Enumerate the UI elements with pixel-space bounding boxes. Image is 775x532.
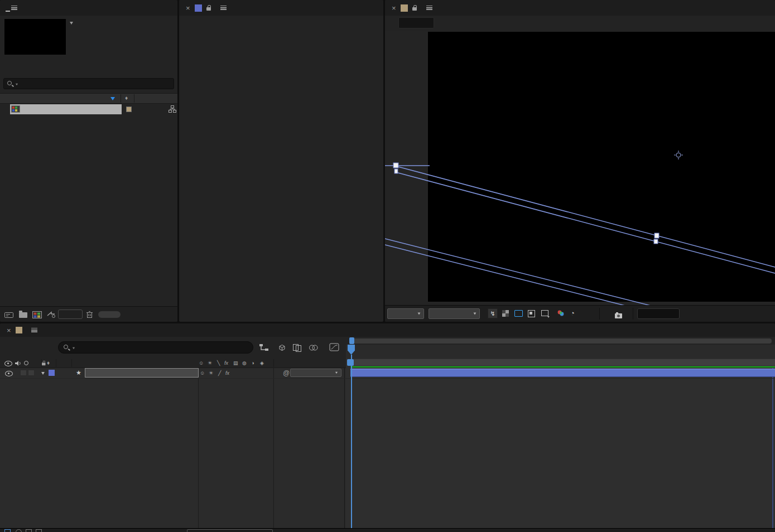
transparency-grid-icon[interactable] xyxy=(502,310,509,317)
preview-timecode[interactable] xyxy=(637,308,680,319)
timeline-rows: ★ ☺ ☀ ╱ fx @ xyxy=(0,368,775,528)
shy-column-icon[interactable]: ☺ xyxy=(199,360,204,366)
after-effects-window: ♦ xyxy=(0,0,775,532)
new-folder-icon[interactable] xyxy=(19,312,27,318)
layer-shy-switch[interactable]: ☺ xyxy=(200,370,205,376)
project-search-input[interactable] xyxy=(3,78,174,89)
audio-toggle[interactable] xyxy=(20,370,27,376)
shape-handle[interactable] xyxy=(394,169,398,173)
frame-blend-column-icon[interactable]: ▤ xyxy=(233,360,238,366)
project-thumbnail xyxy=(4,19,66,55)
effect-controls-panel: × xyxy=(179,0,383,322)
project-bottom-bar xyxy=(0,306,177,322)
project-item-row[interactable] xyxy=(0,104,177,114)
active-tab-underline xyxy=(6,11,10,12)
graph-editor-icon[interactable] xyxy=(329,343,340,352)
search-options-caret[interactable] xyxy=(16,84,18,86)
quality-column-icon[interactable]: ╲ xyxy=(217,360,220,366)
collapse-column-icon[interactable]: ☀ xyxy=(208,360,212,366)
draft-3d-icon[interactable] xyxy=(277,344,287,352)
layer-collapse-switch[interactable]: ☀ xyxy=(209,370,213,376)
layer-twirl[interactable] xyxy=(41,372,45,375)
status-icon[interactable] xyxy=(36,529,42,532)
playhead-line[interactable] xyxy=(351,355,352,528)
shape-handle[interactable] xyxy=(393,163,398,168)
lock-column-icon xyxy=(42,361,46,366)
unlock-icon[interactable] xyxy=(412,5,417,11)
layer-label-color[interactable] xyxy=(49,370,55,376)
work-area-bar[interactable] xyxy=(350,359,775,366)
region-of-interest-icon[interactable] xyxy=(514,310,523,317)
video-column-icon xyxy=(4,361,12,366)
trash-icon[interactable] xyxy=(86,311,93,318)
mask-visibility-icon[interactable] xyxy=(528,310,535,317)
timeline-panel: × xyxy=(0,323,775,532)
timeline-status-bar xyxy=(0,528,775,532)
time-navigator-start-handle[interactable] xyxy=(349,337,354,344)
frame-blending-icon[interactable] xyxy=(292,344,302,352)
timeline-column-header: ♦ ☺ ☀ ╲ fx ▤ ◍ ◑ ◈ xyxy=(0,359,346,368)
adjustment-column-icon[interactable]: ◑ xyxy=(251,360,254,366)
close-icon[interactable]: × xyxy=(186,4,190,12)
sort-direction-icon[interactable] xyxy=(110,97,115,100)
composition-viewport[interactable] xyxy=(428,32,775,302)
horizontal-scrollbar[interactable] xyxy=(98,311,121,318)
audio-column-icon xyxy=(15,360,21,366)
project-panel: ♦ xyxy=(0,0,177,322)
label-color-swatch[interactable] xyxy=(126,107,132,112)
composition-item-icon xyxy=(11,105,20,113)
layer-row[interactable]: ★ ☺ ☀ ╱ fx @ xyxy=(0,368,775,379)
status-icon[interactable] xyxy=(16,529,22,532)
fx-column-icon[interactable]: fx xyxy=(224,360,228,366)
track-area[interactable] xyxy=(346,368,775,528)
panel-menu-icon[interactable] xyxy=(11,6,17,10)
new-composition-icon[interactable] xyxy=(32,311,42,318)
rendered-frames-indicator xyxy=(350,366,775,367)
camera-view-icon[interactable] xyxy=(541,310,548,316)
close-icon[interactable]: × xyxy=(7,326,11,335)
toggle-switches-modes-button[interactable] xyxy=(187,529,273,532)
panel-group-color-swatch xyxy=(401,4,408,12)
layer-visibility-toggle[interactable] xyxy=(5,371,13,376)
bit-depth-button[interactable] xyxy=(58,309,83,319)
magnification-dropdown[interactable] xyxy=(387,308,424,319)
layer-fx-switch[interactable]: fx xyxy=(225,370,229,376)
layer-name[interactable] xyxy=(85,368,199,378)
label-column-tag-icon[interactable]: ♦ xyxy=(125,95,128,101)
panel-menu-icon[interactable] xyxy=(220,6,227,10)
panel-group-color-swatch xyxy=(16,327,22,333)
search-icon xyxy=(63,344,71,351)
project-comp-title[interactable] xyxy=(70,18,73,26)
interpret-footage-icon[interactable] xyxy=(4,311,15,318)
status-icon[interactable] xyxy=(26,529,32,532)
channel-rgb-icon[interactable] xyxy=(557,309,566,317)
proxy-icon[interactable] xyxy=(47,311,56,318)
viewer-toolbar: ↯ ◔ xyxy=(385,305,775,322)
lock-icon[interactable] xyxy=(206,5,211,11)
motion-blur-icon[interactable] xyxy=(308,344,319,352)
take-snapshot-icon[interactable] xyxy=(615,313,622,318)
effect-controls-tabbar: × xyxy=(179,0,383,16)
composition-mini-flowchart-icon[interactable] xyxy=(259,344,269,352)
time-ruler[interactable] xyxy=(346,345,775,359)
resolution-dropdown[interactable] xyxy=(429,308,480,319)
exposure-icon[interactable]: ◔ xyxy=(570,309,575,317)
panel-menu-icon[interactable] xyxy=(31,328,37,332)
time-navigator[interactable] xyxy=(350,338,772,344)
parent-pick-whip-icon[interactable]: @ xyxy=(283,369,290,377)
layer-quality-switch[interactable]: ╱ xyxy=(218,370,221,376)
panel-menu-icon[interactable] xyxy=(426,6,432,10)
motion-blur-column-icon[interactable]: ◍ xyxy=(242,360,247,366)
timeline-search-input[interactable] xyxy=(58,341,253,354)
close-icon[interactable]: × xyxy=(392,4,396,12)
fast-previews-icon[interactable]: ↯ xyxy=(488,308,498,318)
solo-toggle[interactable] xyxy=(28,370,35,376)
work-area-start-handle[interactable] xyxy=(347,359,354,366)
parent-dropdown[interactable] xyxy=(290,369,341,377)
label-column-icon: ♦ xyxy=(47,360,50,366)
layer-duration-bar[interactable] xyxy=(350,369,775,377)
render-queue-icon[interactable] xyxy=(4,529,11,532)
search-options-caret[interactable] xyxy=(73,347,75,350)
3d-column-icon[interactable]: ◈ xyxy=(260,360,264,366)
viewer-tab-comp1[interactable] xyxy=(398,17,434,28)
